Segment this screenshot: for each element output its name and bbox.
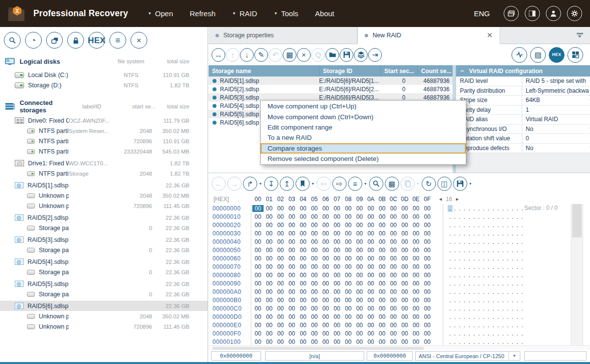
ascii-char[interactable]: . bbox=[496, 305, 501, 312]
hex-byte[interactable]: 00 bbox=[286, 255, 297, 262]
hex-byte[interactable]: 00 bbox=[297, 205, 309, 212]
ascii-char[interactable]: . bbox=[496, 330, 501, 337]
ascii-char[interactable]: . bbox=[467, 230, 472, 237]
hex-byte[interactable]: 00 bbox=[365, 205, 376, 212]
storage-row[interactable]: Drive1: Fixed WDC ...WD-WCC1T0...1.82 TB bbox=[0, 158, 208, 168]
hex-byte[interactable]: 00 bbox=[320, 305, 331, 312]
ascii-char[interactable]: . bbox=[472, 305, 477, 312]
hex-byte[interactable]: 00 bbox=[422, 263, 433, 270]
hex-row[interactable]: 0000010000000000000000000000000000000000… bbox=[209, 338, 590, 346]
hex-byte[interactable]: 00 bbox=[343, 205, 354, 212]
ascii-char[interactable]: . bbox=[467, 247, 472, 254]
ascii-char[interactable]: . bbox=[506, 247, 510, 254]
hex-byte[interactable]: 00 bbox=[365, 305, 376, 312]
language-selector[interactable]: ENG bbox=[474, 9, 490, 18]
bitmap-view-icon[interactable]: ▨ bbox=[530, 47, 546, 63]
ascii-char[interactable]: . bbox=[482, 338, 486, 345]
config-value[interactable]: Left-Symmetric (backwa▼ bbox=[522, 86, 590, 96]
hex-byte[interactable]: 00 bbox=[365, 230, 376, 237]
ascii-char[interactable]: . bbox=[457, 322, 462, 329]
ascii-char[interactable]: . bbox=[510, 297, 515, 304]
hex-byte[interactable]: 00 bbox=[399, 272, 410, 279]
columns-increase-icon[interactable]: ► bbox=[455, 197, 459, 202]
ascii-char[interactable]: . bbox=[486, 272, 491, 279]
edit-icon[interactable]: ✎ bbox=[254, 48, 268, 62]
hex-byte[interactable]: 00 bbox=[252, 338, 264, 345]
ascii-char[interactable]: . bbox=[477, 338, 482, 345]
ascii-char[interactable]: . bbox=[506, 238, 510, 245]
ascii-char[interactable]: . bbox=[515, 255, 520, 262]
ascii-char[interactable]: . bbox=[462, 213, 467, 220]
ascii-char[interactable]: . bbox=[520, 322, 525, 329]
hex-byte[interactable]: 00 bbox=[275, 205, 286, 212]
remove-icon[interactable]: × bbox=[297, 48, 311, 62]
ascii-char[interactable]: . bbox=[448, 330, 453, 337]
ascii-char[interactable]: . bbox=[477, 280, 482, 287]
config-row[interactable]: Asynchronous I/ONo▼ bbox=[456, 125, 590, 134]
config-row[interactable]: Stripe size64KB▼ bbox=[456, 96, 590, 105]
storage-row[interactable]: RAID5[4].sdlsp22.36 GB bbox=[0, 257, 208, 267]
hex-byte[interactable]: 00 bbox=[399, 238, 410, 245]
ascii-char[interactable]: . bbox=[462, 263, 467, 270]
hex-byte[interactable]: 00 bbox=[410, 305, 422, 312]
storage-row[interactable]: RAID5[3].sdlsp22.36 GB bbox=[0, 234, 208, 245]
hex-byte[interactable]: 00 bbox=[388, 222, 399, 229]
hex-byte[interactable]: 00 bbox=[399, 338, 410, 345]
save-icon[interactable] bbox=[340, 48, 353, 62]
hex-byte[interactable]: 00 bbox=[365, 330, 376, 337]
ascii-char[interactable]: . bbox=[482, 330, 486, 337]
hex-byte[interactable]: 00 bbox=[252, 297, 264, 304]
ascii-char[interactable]: . bbox=[482, 230, 486, 237]
hex-byte[interactable]: 00 bbox=[343, 255, 354, 262]
hex-byte[interactable]: 00 bbox=[331, 213, 343, 220]
hex-byte[interactable]: 00 bbox=[388, 288, 399, 295]
menu-item[interactable]: Move component up (Ctrl+Up) bbox=[261, 101, 466, 111]
ascii-char[interactable]: . bbox=[486, 222, 491, 229]
hex-byte[interactable]: 00 bbox=[252, 222, 264, 229]
ascii-char[interactable]: . bbox=[496, 255, 501, 262]
hex-row[interactable]: 000000E000000000000000000000000000000000… bbox=[209, 321, 590, 329]
auto-arrange-icon[interactable]: ↔ bbox=[212, 48, 225, 62]
ascii-char[interactable]: . bbox=[467, 272, 472, 279]
hex-byte[interactable]: 00 bbox=[388, 238, 399, 245]
hex-byte[interactable]: 00 bbox=[343, 297, 354, 304]
hex-byte[interactable]: 00 bbox=[422, 247, 433, 254]
hex-byte[interactable]: 00 bbox=[331, 238, 343, 245]
ascii-char[interactable]: . bbox=[486, 330, 491, 337]
config-value[interactable]: Virtual RAID bbox=[522, 115, 590, 124]
ascii-char[interactable]: . bbox=[515, 297, 520, 304]
hex-byte[interactable]: 00 bbox=[388, 322, 399, 329]
hex-byte[interactable]: 00 bbox=[309, 322, 320, 329]
hex-byte[interactable]: 00 bbox=[331, 263, 343, 270]
ascii-char[interactable]: . bbox=[520, 247, 525, 254]
encoding-select[interactable]: ANSI - Central European / CP-1250 ▼ bbox=[415, 351, 520, 361]
hex-byte[interactable]: 00 bbox=[275, 322, 286, 329]
hex-byte[interactable]: 00 bbox=[309, 272, 320, 279]
ascii-char[interactable]: . bbox=[462, 288, 467, 295]
config-row[interactable]: Reproduce defectsNo▼ bbox=[456, 144, 590, 154]
ascii-char[interactable]: . bbox=[457, 313, 462, 320]
hex-byte[interactable]: 00 bbox=[320, 272, 331, 279]
hex-byte[interactable]: 00 bbox=[354, 322, 365, 329]
hex-byte[interactable]: 00 bbox=[399, 330, 410, 337]
ascii-char[interactable]: . bbox=[520, 330, 525, 337]
ascii-char[interactable]: . bbox=[520, 213, 525, 220]
hex-byte[interactable]: 00 bbox=[365, 288, 376, 295]
ascii-char[interactable]: . bbox=[520, 305, 525, 312]
ascii-char[interactable]: . bbox=[472, 263, 477, 270]
hex-byte[interactable]: 00 bbox=[297, 330, 309, 337]
hex-byte[interactable]: 00 bbox=[343, 230, 354, 237]
ascii-char[interactable]: . bbox=[501, 205, 506, 212]
ascii-char[interactable]: . bbox=[448, 338, 453, 345]
hex-byte[interactable]: 00 bbox=[410, 297, 422, 304]
hex-byte[interactable]: 00 bbox=[422, 213, 433, 220]
ascii-char[interactable]: . bbox=[448, 247, 453, 254]
hex-byte[interactable]: 00 bbox=[275, 280, 286, 287]
ascii-char[interactable]: . bbox=[486, 238, 491, 245]
hex-byte[interactable]: 00 bbox=[376, 322, 388, 329]
hex-byte[interactable]: 00 bbox=[331, 322, 343, 329]
hex-byte[interactable]: 00 bbox=[354, 222, 365, 229]
ascii-char[interactable]: . bbox=[491, 280, 496, 287]
hex-byte[interactable]: 00 bbox=[275, 272, 286, 279]
hex-byte[interactable]: 00 bbox=[264, 213, 275, 220]
